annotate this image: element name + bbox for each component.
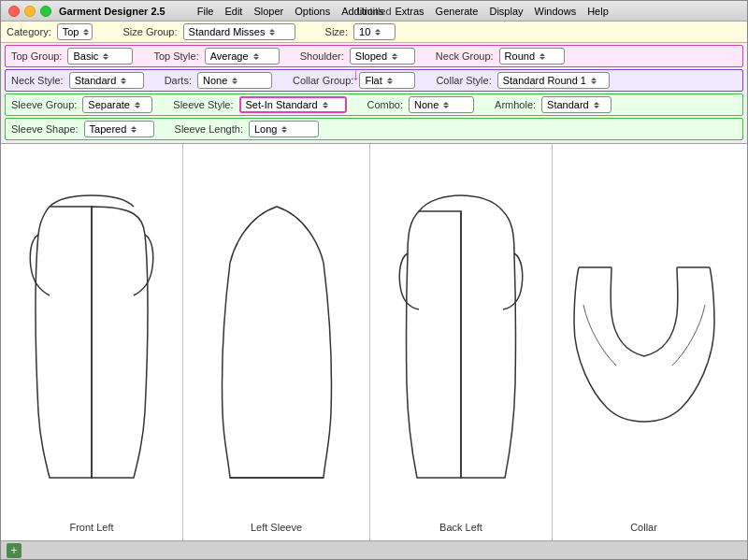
sleeve-group-select[interactable]: Separate bbox=[82, 96, 152, 113]
menu-edit[interactable]: Edit bbox=[224, 6, 242, 17]
panel-front-left: Front Left bbox=[1, 144, 183, 540]
sleeve-group-value: Separate bbox=[88, 99, 130, 110]
menu-options[interactable]: Options bbox=[295, 6, 330, 17]
menu-display[interactable]: Display bbox=[489, 6, 523, 17]
pattern-svg-left-sleeve bbox=[202, 188, 352, 496]
sleeve-shape-label: Sleeve Shape: bbox=[11, 123, 79, 135]
sleeve-length-value: Long bbox=[254, 123, 277, 135]
neck-style-label: Neck Style: bbox=[11, 75, 64, 86]
title-bar: Garment Designer 2.5 File Edit Sloper Op… bbox=[1, 1, 747, 22]
category-select[interactable]: Top bbox=[57, 23, 94, 40]
menu-file[interactable]: File bbox=[197, 6, 214, 17]
menu-help[interactable]: Help bbox=[587, 6, 609, 17]
app-window: Garment Designer 2.5 File Edit Sloper Op… bbox=[0, 0, 748, 560]
neck-group-select[interactable]: Round bbox=[499, 48, 565, 65]
sleeve-group-label: Sleeve Group: bbox=[11, 99, 77, 110]
collar-group-value: Flat bbox=[365, 75, 381, 86]
row4: Sleeve Shape: Tapered Sleeve Length: Lon… bbox=[5, 118, 743, 140]
sleeve-length-label: Sleeve Length: bbox=[175, 123, 243, 135]
darts-select[interactable]: None bbox=[197, 72, 272, 89]
traffic-lights bbox=[8, 6, 51, 17]
sleeve-shape-value: Tapered bbox=[90, 123, 127, 135]
size-value: 10 bbox=[359, 26, 370, 37]
collar-style-select[interactable]: Standard Round 1 bbox=[497, 72, 610, 89]
top-group-label: Top Group: bbox=[11, 50, 62, 62]
sleeve-style-label: Sleeve Style: bbox=[173, 99, 233, 110]
armhole-select[interactable]: Standard bbox=[541, 96, 611, 113]
pattern-svg-front-left bbox=[22, 188, 162, 496]
collar-group-select[interactable]: Flat bbox=[359, 72, 415, 89]
shoulder-select[interactable]: Sloped bbox=[350, 48, 415, 65]
window-title: Untitled bbox=[356, 6, 391, 17]
darts-value: None bbox=[203, 75, 227, 86]
pattern-svg-back-left bbox=[391, 188, 531, 496]
bottom-bar: + bbox=[1, 540, 747, 559]
combo-label: Combo: bbox=[367, 99, 404, 110]
size-group-select[interactable]: Standard Misses bbox=[183, 23, 295, 40]
panel-label-collar: Collar bbox=[630, 522, 657, 533]
armhole-label: Armhole: bbox=[495, 99, 536, 110]
darts-label: Darts: bbox=[165, 75, 192, 86]
size-group-value: Standard Misses bbox=[189, 26, 266, 37]
combo-select[interactable]: None bbox=[409, 96, 474, 113]
arrow-indicator: ↑ bbox=[352, 66, 360, 86]
panel-left-sleeve: Left Sleeve bbox=[183, 144, 370, 540]
top-group-select[interactable]: Basic bbox=[67, 48, 133, 65]
shoulder-value: Sloped bbox=[355, 50, 387, 62]
collar-style-label: Collar Style: bbox=[436, 75, 491, 86]
category-label: Category: bbox=[7, 26, 51, 37]
maximize-button[interactable] bbox=[40, 6, 51, 17]
row3: Sleeve Group: Separate Sleeve Style: Set… bbox=[5, 93, 743, 116]
collar-style-value: Standard Round 1 bbox=[503, 75, 586, 86]
minimize-button[interactable] bbox=[24, 6, 36, 17]
add-button[interactable]: + bbox=[7, 543, 22, 558]
neck-group-label: Neck Group: bbox=[436, 50, 494, 62]
menu-extras[interactable]: Extras bbox=[395, 6, 424, 17]
menu-windows[interactable]: Windows bbox=[535, 6, 577, 17]
sleeve-style-select[interactable]: Set-In Standard bbox=[239, 96, 347, 113]
size-group-label: Size Group: bbox=[122, 26, 177, 37]
menu-bar: File Edit Sloper Options Additions Extra… bbox=[194, 6, 612, 17]
app-title: Garment Designer 2.5 bbox=[59, 6, 165, 17]
category-row: Category: Top Size Group: Standard Misse… bbox=[1, 22, 747, 43]
row2: Neck Style: Standard Darts: None Collar … bbox=[5, 69, 743, 92]
close-button[interactable] bbox=[8, 6, 20, 17]
panel-label-left-sleeve: Left Sleeve bbox=[251, 522, 302, 533]
sleeve-shape-select[interactable]: Tapered bbox=[84, 121, 154, 137]
neck-style-value: Standard bbox=[75, 75, 117, 86]
control-section: Category: Top Size Group: Standard Misse… bbox=[1, 22, 747, 144]
collar-group-label: Collar Group: bbox=[293, 75, 353, 86]
top-group-value: Basic bbox=[73, 50, 98, 62]
panel-back-left: Back Left bbox=[370, 144, 553, 540]
row1: Top Group: Basic Top Style: Average Shou… bbox=[5, 45, 743, 67]
panel-label-front-left: Front Left bbox=[69, 522, 113, 533]
sleeve-style-value: Set-In Standard bbox=[246, 99, 318, 110]
pattern-svg-collar bbox=[565, 249, 724, 436]
size-label: Size: bbox=[325, 26, 348, 37]
size-select[interactable]: 10 bbox=[353, 23, 396, 40]
armhole-value: Standard bbox=[547, 99, 589, 110]
shoulder-label: Shoulder: bbox=[300, 50, 344, 62]
category-value: Top bbox=[63, 26, 79, 37]
top-style-select[interactable]: Average bbox=[205, 48, 280, 65]
menu-generate[interactable]: Generate bbox=[436, 6, 479, 17]
neck-group-value: Round bbox=[505, 50, 535, 62]
panel-collar: Collar bbox=[553, 144, 735, 540]
top-style-value: Average bbox=[210, 50, 249, 62]
menu-sloper[interactable]: Sloper bbox=[253, 6, 283, 17]
combo-value: None bbox=[414, 99, 439, 110]
sleeve-length-select[interactable]: Long bbox=[249, 121, 319, 137]
canvas-area: Front Left Left Sleeve bbox=[1, 144, 747, 540]
neck-style-select[interactable]: Standard bbox=[69, 72, 144, 89]
top-style-label: Top Style: bbox=[153, 50, 198, 62]
panel-label-back-left: Back Left bbox=[439, 522, 482, 533]
